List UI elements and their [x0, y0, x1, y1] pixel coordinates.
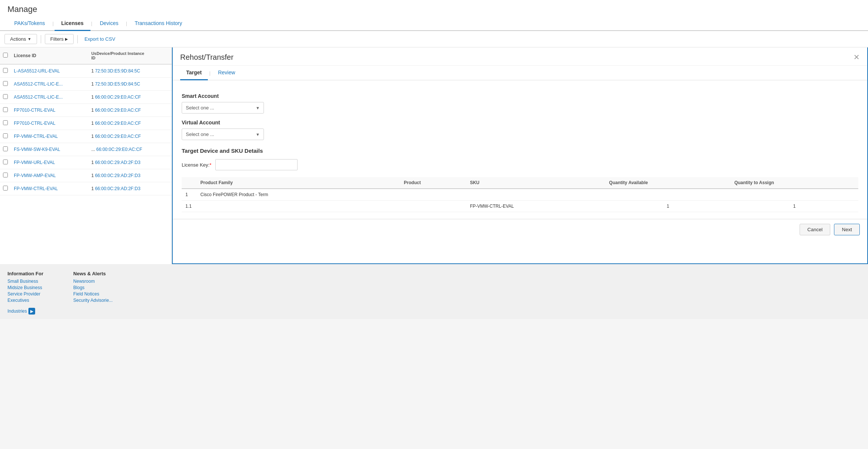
device-id-link[interactable]: 66:00:0C:29:AD:2F:D3	[95, 160, 140, 165]
sku-product	[400, 201, 466, 212]
tab-licenses[interactable]: Licenses	[55, 16, 90, 31]
sku-row-1: 1 Cisco FirePOWER Product - Term	[182, 189, 858, 201]
row-checkbox[interactable]	[3, 146, 8, 151]
select-all-checkbox[interactable]	[3, 53, 8, 58]
page-title: Manage	[0, 0, 868, 16]
tab-transactions-history[interactable]: Transactions History	[128, 16, 189, 31]
license-key-input[interactable]	[215, 159, 298, 170]
actions-arrow-icon: ▼	[28, 37, 31, 41]
footer-blogs-link[interactable]: Blogs	[73, 285, 113, 290]
table-row: ASA5512-CTRL-LIC-E... 1 72:50:3D:E5:9D:8…	[0, 78, 172, 91]
footer-security-advisories-link[interactable]: Security Advisorie...	[73, 298, 113, 303]
row-checkbox[interactable]	[3, 133, 8, 138]
qty: 1	[91, 121, 94, 126]
export-csv-button[interactable]: Export to CSV	[81, 34, 118, 44]
filters-button[interactable]: Filters ▶	[45, 34, 74, 44]
industries-link[interactable]: Industries ▶	[7, 308, 861, 315]
qty: 1	[91, 81, 94, 87]
modal-close-button[interactable]: ✕	[853, 53, 860, 62]
smart-account-section: Smart Account Select one ... ▼	[182, 93, 858, 114]
footer-newsroom-link[interactable]: Newsroom	[73, 279, 113, 284]
row-checkbox[interactable]	[3, 160, 8, 164]
footer-news-alerts: News & Alerts Newsroom Blogs Field Notic…	[73, 271, 113, 304]
table-row: FP-VMW-AMP-EVAL 1 66:00:0C:29:AD:2F:D3	[0, 169, 172, 182]
required-asterisk: *	[209, 162, 211, 168]
license-id-link[interactable]: FP7010-CTRL-EVAL	[14, 108, 55, 113]
toolbar-separator-2	[77, 35, 78, 43]
license-id-link[interactable]: L-ASA5512-URL-EVAL	[14, 68, 60, 74]
license-id-link[interactable]: FP-VMW-CTRL-EVAL	[14, 186, 58, 191]
col-license-id: License ID	[11, 47, 88, 64]
cancel-button[interactable]: Cancel	[800, 224, 830, 235]
next-button[interactable]: Next	[834, 224, 860, 235]
modal-panel: Rehost/Transfer ✕ Target | Review Smart …	[172, 47, 868, 264]
qty: 1	[91, 160, 94, 165]
license-id-link[interactable]: FP-VMW-URL-EVAL	[14, 160, 55, 165]
toolbar: Actions ▼ Filters ▶ Export to CSV	[0, 31, 868, 47]
sku-qty-assign	[730, 189, 858, 201]
row-checkbox[interactable]	[3, 120, 8, 125]
table-row: FP-VMW-CTRL-EVAL 1 66:00:0C:29:AD:2F:D3	[0, 182, 172, 195]
modal-tab-target[interactable]: Target	[180, 66, 208, 80]
license-id-link[interactable]: ASA5512-CTRL-LIC-E...	[14, 81, 63, 87]
table-row: ASA5512-CTRL-LIC-E... 1 66:00:0C:29:E0:A…	[0, 91, 172, 104]
footer-service-provider-link[interactable]: Service Provider	[7, 291, 43, 297]
device-id-link[interactable]: 72:50:3D:E5:9D:84:5C	[95, 68, 140, 74]
chevron-down-icon: ▼	[256, 106, 260, 110]
industries-arrow-icon: ▶	[28, 308, 35, 315]
smart-account-dropdown[interactable]: Select one ... ▼	[182, 102, 264, 114]
tabs-bar: PAKs/Tokens | Licenses | Devices | Trans…	[0, 16, 868, 31]
sku-sku	[466, 189, 605, 201]
row-checkbox[interactable]	[3, 68, 8, 73]
license-id-link[interactable]: FP-VMW-CTRL-EVAL	[14, 134, 58, 139]
qty: 1	[91, 108, 94, 113]
footer-info-for-heading: Information For	[7, 271, 43, 276]
sku-col-qty-assign: Quantity to Assign	[730, 177, 858, 189]
table-row: FP-VMW-URL-EVAL 1 66:00:0C:29:AD:2F:D3	[0, 156, 172, 169]
footer-columns: Information For Small Business Midsize B…	[7, 271, 861, 304]
virtual-account-placeholder: Select one ...	[186, 131, 214, 137]
table-row: FS-VMW-SW-K9-EVAL ... 66:00:0C:29:E0:AC:…	[0, 143, 172, 156]
row-checkbox[interactable]	[3, 173, 8, 177]
sku-row-num: 1	[182, 189, 197, 201]
license-id-link[interactable]: FP-VMW-AMP-EVAL	[14, 173, 56, 178]
row-checkbox[interactable]	[3, 81, 8, 86]
footer-executives-link[interactable]: Executives	[7, 298, 43, 303]
col-device-id: UsDevice/Product InstanceID	[88, 47, 172, 64]
table-row: FP7010-CTRL-EVAL 1 66:00:0C:29:E0:AC:CF	[0, 117, 172, 130]
virtual-account-dropdown[interactable]: Select one ... ▼	[182, 128, 264, 140]
qty: 1	[91, 134, 94, 139]
modal-tab-review[interactable]: Review	[212, 66, 241, 80]
row-checkbox[interactable]	[3, 186, 8, 191]
actions-label: Actions	[10, 36, 26, 42]
device-id-link[interactable]: 66:00:0C:29:E0:AC:CF	[95, 108, 141, 113]
device-id-link[interactable]: 66:00:0C:29:E0:AC:CF	[95, 134, 141, 139]
modal-tab-separator: |	[208, 66, 212, 80]
license-id-link[interactable]: FP7010-CTRL-EVAL	[14, 121, 55, 126]
footer-midsize-business-link[interactable]: Midsize Business	[7, 285, 43, 290]
device-id-link[interactable]: 66:00:0C:29:AD:2F:D3	[95, 186, 140, 191]
main-content: License ID UsDevice/Product InstanceID L…	[0, 47, 868, 264]
device-id-link[interactable]: 66:00:0C:29:E0:AC:CF	[95, 121, 141, 126]
filters-arrow-icon: ▶	[65, 37, 68, 41]
virtual-account-label: Virtual Account	[182, 120, 858, 126]
sku-qty-assign: 1	[730, 201, 858, 212]
footer-info-for: Information For Small Business Midsize B…	[7, 271, 43, 304]
row-checkbox[interactable]	[3, 94, 8, 99]
sku-row-num: 1.1	[182, 201, 197, 212]
device-id-link[interactable]: 72:50:3D:E5:9D:84:5C	[95, 81, 140, 87]
actions-button[interactable]: Actions ▼	[4, 34, 37, 44]
tab-devices[interactable]: Devices	[93, 16, 125, 31]
sku-row-1-1: 1.1 FP-VMW-CTRL-EVAL 1 1	[182, 201, 858, 212]
license-key-label-text: License Key:	[182, 162, 209, 168]
row-checkbox[interactable]	[3, 107, 8, 112]
tab-paks-tokens[interactable]: PAKs/Tokens	[7, 16, 52, 31]
footer-field-notices-link[interactable]: Field Notices	[73, 291, 113, 297]
device-id-link[interactable]: 66:00:0C:29:E0:AC:CF	[95, 95, 141, 100]
license-id-link[interactable]: ASA5512-CTRL-LIC-E...	[14, 95, 63, 100]
device-id-link[interactable]: 66:00:0C:29:AD:2F:D3	[95, 173, 140, 178]
footer-small-business-link[interactable]: Small Business	[7, 279, 43, 284]
device-id-link[interactable]: 66:00:0C:29:E0:AC:CF	[96, 147, 142, 152]
smart-account-label: Smart Account	[182, 93, 858, 99]
license-id-link[interactable]: FS-VMW-SW-K9-EVAL	[14, 147, 60, 152]
